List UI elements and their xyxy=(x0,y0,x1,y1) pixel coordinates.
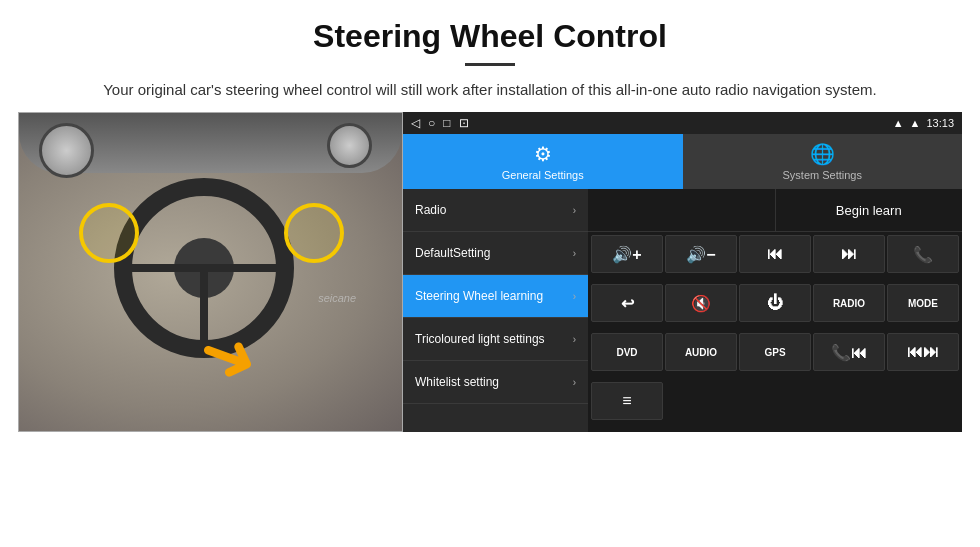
menu-defaultsetting-label: DefaultSetting xyxy=(415,246,573,260)
car-image: ➜ seicane xyxy=(18,112,403,432)
menu-radio-label: Radio xyxy=(415,203,573,217)
menu-item-whitelist[interactable]: Whitelist setting › xyxy=(403,361,588,404)
status-bar-left: ◁ ○ □ ⊡ xyxy=(411,116,469,130)
radio-label: RADIO xyxy=(833,298,865,309)
begin-learn-button[interactable]: Begin learn xyxy=(776,189,963,231)
speedometer-left xyxy=(39,123,94,178)
volume-down-button[interactable]: 🔊− xyxy=(665,235,737,273)
prev-next-icon: ⏮⏭ xyxy=(907,343,939,361)
call-prev-button[interactable]: 📞⏮ xyxy=(813,333,885,371)
menu-tricoloured-chevron: › xyxy=(573,334,576,345)
menu-whitelist-label: Whitelist setting xyxy=(415,375,573,389)
dvd-label: DVD xyxy=(616,347,637,358)
watermark: seicane xyxy=(318,292,356,304)
status-bar-right: ▲ ▲ 13:13 xyxy=(893,117,954,129)
right-panel: Begin learn 🔊+ 🔊− ⏮ ⏭ xyxy=(588,189,962,432)
menu-whitelist-chevron: › xyxy=(573,377,576,388)
home-nav-icon[interactable]: ○ xyxy=(428,116,435,130)
menu-steering-label: Steering Wheel learning xyxy=(415,289,573,303)
begin-learn-row: Begin learn xyxy=(588,189,962,232)
page-title: Steering Wheel Control xyxy=(40,18,940,55)
mode-label: MODE xyxy=(908,298,938,309)
radio-button[interactable]: RADIO xyxy=(813,284,885,322)
call-icon: 📞 xyxy=(913,245,933,264)
prev-track-button[interactable]: ⏮ xyxy=(739,235,811,273)
system-settings-icon: 🌐 xyxy=(810,142,835,166)
menu-radio-chevron: › xyxy=(573,205,576,216)
menu-item-tricoloured[interactable]: Tricoloured light settings › xyxy=(403,318,588,361)
power-icon: ⏻ xyxy=(767,294,783,312)
page-header: Steering Wheel Control Your original car… xyxy=(0,0,980,112)
speedometer-right xyxy=(327,123,372,168)
mute-button[interactable]: 🔇 xyxy=(665,284,737,322)
menu-item-radio[interactable]: Radio › xyxy=(403,189,588,232)
menu-item-steering-wheel[interactable]: Steering Wheel learning › xyxy=(403,275,588,318)
back-icon: ↩ xyxy=(621,294,634,313)
general-settings-icon: ⚙ xyxy=(534,142,552,166)
next-track-button[interactable]: ⏭ xyxy=(813,235,885,273)
tab-system-label: System Settings xyxy=(783,169,862,181)
menu-defaultsetting-chevron: › xyxy=(573,248,576,259)
mute-icon: 🔇 xyxy=(691,294,711,313)
volume-down-icon: 🔊− xyxy=(686,245,715,264)
audio-label: AUDIO xyxy=(685,347,717,358)
call-prev-icon: 📞⏮ xyxy=(831,343,867,362)
main-content: Radio › DefaultSetting › Steering Wheel … xyxy=(403,189,962,432)
android-panel: ◁ ○ □ ⊡ ▲ ▲ 13:13 ⚙ General Settings 🌐 S… xyxy=(403,112,962,432)
highlight-circle-right xyxy=(284,203,344,263)
begin-learn-empty-cell xyxy=(588,189,776,231)
volume-up-button[interactable]: 🔊+ xyxy=(591,235,663,273)
gps-label: GPS xyxy=(764,347,785,358)
tab-general-label: General Settings xyxy=(502,169,584,181)
content-area: ➜ seicane ◁ ○ □ ⊡ ▲ ▲ 13:13 ⚙ General Se… xyxy=(0,112,980,444)
back-nav-icon[interactable]: ◁ xyxy=(411,116,420,130)
tab-system-settings[interactable]: 🌐 System Settings xyxy=(683,134,963,189)
volume-up-icon: 🔊+ xyxy=(612,245,641,264)
audio-button[interactable]: AUDIO xyxy=(665,333,737,371)
controls-grid: 🔊+ 🔊− ⏮ ⏭ 📞 ↩ xyxy=(588,232,962,432)
signal-icon: ▲ xyxy=(893,117,904,129)
menu-tricoloured-label: Tricoloured light settings xyxy=(415,332,573,346)
prev-track-icon: ⏮ xyxy=(767,245,783,263)
clock: 13:13 xyxy=(926,117,954,129)
power-button[interactable]: ⏻ xyxy=(739,284,811,322)
highlight-circle-left xyxy=(79,203,139,263)
list-icon: ≡ xyxy=(622,392,631,410)
tab-bar: ⚙ General Settings 🌐 System Settings xyxy=(403,134,962,189)
mode-button[interactable]: MODE xyxy=(887,284,959,322)
gps-button[interactable]: GPS xyxy=(739,333,811,371)
cast-icon[interactable]: ⊡ xyxy=(459,116,469,130)
wifi-icon: ▲ xyxy=(910,117,921,129)
next-track-icon: ⏭ xyxy=(841,245,857,263)
spoke-right xyxy=(204,264,276,272)
recents-nav-icon[interactable]: □ xyxy=(443,116,450,130)
title-divider xyxy=(465,63,515,66)
page-subtitle: Your original car's steering wheel contr… xyxy=(100,78,880,102)
dashboard xyxy=(19,113,402,173)
prev-next-button[interactable]: ⏮⏭ xyxy=(887,333,959,371)
spoke-left xyxy=(132,264,204,272)
tab-general-settings[interactable]: ⚙ General Settings xyxy=(403,134,683,189)
back-button[interactable]: ↩ xyxy=(591,284,663,322)
menu-item-defaultsetting[interactable]: DefaultSetting › xyxy=(403,232,588,275)
call-button[interactable]: 📞 xyxy=(887,235,959,273)
list-button[interactable]: ≡ xyxy=(591,382,663,420)
dvd-button[interactable]: DVD xyxy=(591,333,663,371)
status-bar: ◁ ○ □ ⊡ ▲ ▲ 13:13 xyxy=(403,112,962,134)
menu-steering-chevron: › xyxy=(573,291,576,302)
car-background: ➜ seicane xyxy=(19,113,402,431)
left-menu: Radio › DefaultSetting › Steering Wheel … xyxy=(403,189,588,432)
